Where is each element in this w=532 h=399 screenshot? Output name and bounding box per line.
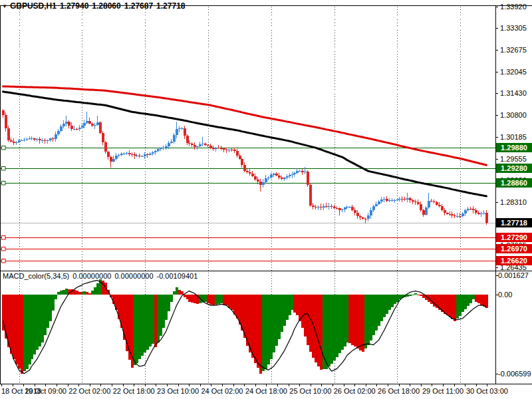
price-tick-label: 1.29555 [500, 155, 527, 163]
level-badge-red: 1.27290 [496, 233, 532, 242]
price-badge-label: 1.27718 [501, 219, 527, 227]
price-pane[interactable] [0, 6, 495, 271]
time-tick-label: 24 Oct 18:00 [245, 387, 287, 395]
open-value: 1.27940 [60, 1, 88, 11]
price-tick-label: 1.30185 [500, 133, 527, 141]
level-badge-green: 1.29880 [496, 143, 532, 152]
level-badge-green: 1.29280 [496, 164, 532, 173]
time-tick-label: 26 Oct 18:00 [378, 387, 420, 395]
chart-window: 1.339201.333051.326751.320451.314301.308… [0, 0, 532, 399]
indicator-value-1: 0.00000000 [72, 272, 111, 280]
close-value: 1.27718 [156, 1, 185, 11]
time-tick-label: 24 Oct 02:00 [201, 387, 243, 395]
price-badge-label: 1.26620 [501, 257, 527, 265]
chart-canvas[interactable]: 1.339201.333051.326751.320451.314301.308… [0, 0, 532, 399]
time-tick-label: 30 Oct 03:00 [466, 387, 508, 395]
indicator-name: MACD_color(5,34,5) [3, 272, 69, 280]
high-value: 1.28060 [92, 1, 120, 11]
time-tick-label: 22 Oct 02:00 [68, 387, 110, 395]
time-tick-label: 19 Oct 09:00 [25, 387, 66, 395]
price-axis[interactable]: 1.339201.333051.326751.320451.314301.308… [496, 3, 527, 271]
line-handle-left[interactable] [2, 259, 6, 263]
price-tick-label: 1.33920 [500, 3, 527, 11]
line-handle-left[interactable] [2, 182, 6, 186]
price-tick-label: 1.31430 [500, 89, 527, 97]
price-badge-label: 1.29880 [501, 144, 527, 152]
time-tick-label: 25 Oct 10:00 [289, 387, 331, 395]
macd-tick-label: 0.001627 [498, 271, 529, 279]
price-badge-label: 1.27290 [501, 233, 527, 241]
macd-axis[interactable]: 0.0016270.00-0.006599 [496, 271, 531, 378]
time-tick-label: 26 Oct 02:00 [334, 387, 376, 395]
line-handle-left[interactable] [2, 146, 6, 150]
current-price-badge: 1.27718 [496, 218, 532, 227]
price-badge-label: 1.29280 [501, 164, 527, 172]
line-handle-left[interactable] [2, 167, 6, 171]
price-badge-label: 1.26970 [501, 245, 527, 253]
price-tick-label: 1.32045 [500, 68, 527, 76]
ohlc-caption: ▼GBPUSD,H11.279401.280601.276871.27718 [2, 1, 186, 11]
line-handle-left[interactable] [2, 236, 6, 240]
price-tick-label: 1.33305 [500, 24, 527, 32]
level-badge-green: 1.28860 [496, 178, 532, 188]
price-tick-label: 1.32675 [500, 46, 527, 54]
low-value: 1.27687 [124, 1, 153, 11]
level-badge-red: 1.26620 [496, 256, 532, 265]
indicator-caption: MACD_color(5,34,5)0.000000000.00000000-0… [3, 272, 201, 280]
time-tick-label: 29 Oct 11:00 [422, 387, 464, 395]
level-badge-red: 1.26970 [496, 244, 532, 253]
line-handle-left[interactable] [2, 247, 6, 251]
macd-tick-label: 0.00 [498, 291, 512, 299]
price-tick-label: 1.30800 [500, 111, 527, 119]
price-badge-label: 1.28860 [501, 179, 527, 187]
time-axis[interactable]: 18 Oct 201819 Oct 09:0022 Oct 02:0022 Oc… [1, 384, 508, 396]
time-tick-label: 23 Oct 10:00 [157, 387, 199, 395]
indicator-value-2: 0.00000000 [114, 272, 153, 280]
symbol-dropdown-icon[interactable]: ▼ [2, 3, 7, 9]
price-tick-label: 1.28310 [500, 198, 527, 206]
symbol-label: GBPUSD,H1 [10, 1, 57, 11]
macd-tick-label: -0.006599 [498, 370, 531, 378]
indicator-value-3: -0.00109401 [157, 272, 198, 280]
time-tick-label: 22 Oct 18:00 [113, 387, 155, 395]
